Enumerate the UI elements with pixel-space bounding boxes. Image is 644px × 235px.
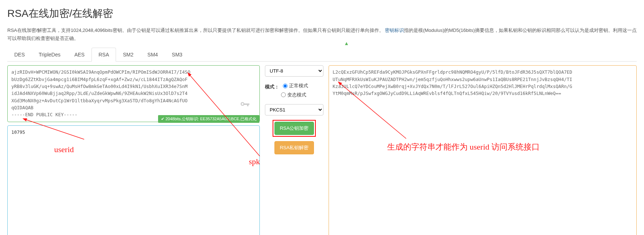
tab-sm2[interactable]: SM2 [116, 48, 141, 62]
tab-rsa[interactable]: RSA [91, 48, 116, 62]
tab-tripledes[interactable]: TripleDes [32, 48, 67, 62]
mode-variant-option[interactable]: 变态模式 [281, 92, 306, 98]
tab-des[interactable]: DES [7, 48, 32, 62]
tab-sm3[interactable]: SM3 [165, 48, 190, 62]
padding-select[interactable]: PKCS1 [265, 104, 323, 115]
page-description: RSA在线加密/解密工具，支持1024,2048,4096bits密钥。由于公钥… [7, 26, 637, 43]
page-title: RSA在线加密/在线解密 [7, 7, 637, 21]
public-key-input[interactable] [7, 65, 260, 122]
check-icon [161, 117, 164, 121]
mode-normal-option[interactable]: 正常模式 [283, 82, 308, 89]
rsa-encrypt-button[interactable]: RSA公钥加密 [274, 122, 314, 135]
tab-sm4[interactable]: SM4 [141, 48, 165, 62]
mode-variant-radio[interactable] [281, 92, 286, 97]
collapse-icon[interactable]: ▲ [344, 40, 349, 46]
rsa-decrypt-button[interactable]: RSA私钥解密 [274, 141, 314, 154]
mode-label: 模式： [265, 84, 279, 89]
key-status-badge: 2048bits,公钥标识: EE35732A5A021BCE,已格式化 [158, 115, 259, 123]
key-identity-link[interactable]: 密钥标识 [385, 27, 404, 33]
mode-normal-radio[interactable] [283, 84, 288, 88]
tab-aes[interactable]: AES [67, 48, 91, 62]
encoding-select[interactable]: UTF-8 [265, 65, 323, 77]
cipher-tabs: DES TripleDes AES RSA SM2 SM4 SM3 [7, 48, 637, 62]
ciphertext-output[interactable] [329, 65, 637, 235]
plaintext-input[interactable] [7, 125, 260, 235]
mode-group: 模式： 正常模式 变态模式 [265, 81, 323, 100]
